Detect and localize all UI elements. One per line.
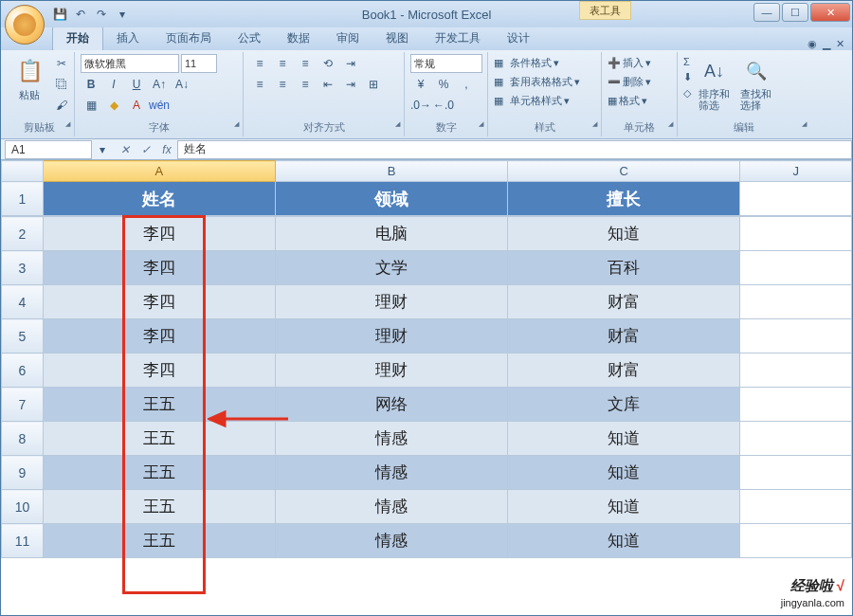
maximize-button[interactable]: ☐ [782,3,808,22]
cell[interactable]: 情感 [276,456,508,490]
cell[interactable]: 理财 [276,353,508,388]
save-icon[interactable]: 💾 [50,5,69,24]
copy-icon[interactable]: ⿻ [51,75,72,94]
font-size-select[interactable]: 11 [181,54,217,73]
orientation-icon[interactable]: ⟲ [318,54,338,73]
tab-home[interactable]: 开始 [52,26,103,50]
cell[interactable]: 网络 [276,388,508,422]
cell[interactable]: 文库 [508,388,740,422]
autosum-button[interactable]: Σ [683,56,692,67]
align-bottom-icon[interactable]: ≡ [295,54,316,73]
bold-button[interactable]: B [81,75,101,94]
cell[interactable]: 擅长 [508,182,740,216]
cell[interactable] [740,217,852,251]
row-header[interactable]: 7 [2,388,44,422]
fill-button[interactable]: ⬇ [683,71,692,83]
tab-pagelayout[interactable]: 页面布局 [153,27,225,50]
format-cells-button[interactable]: ▦格式▾ [608,94,651,108]
cell[interactable] [740,490,852,524]
format-as-table-button[interactable]: ▦ 套用表格格式▾ [494,75,580,89]
fx-button[interactable]: fx [156,140,177,159]
redo-icon[interactable]: ↷ [92,5,111,24]
cell[interactable]: 知道 [508,422,740,456]
col-header-a[interactable]: A [43,161,275,182]
cell[interactable]: 财富 [508,285,740,319]
cell[interactable] [740,388,852,422]
cut-icon[interactable]: ✂ [51,54,72,73]
cell[interactable] [740,456,852,490]
tab-data[interactable]: 数据 [274,27,323,50]
cell[interactable]: 电脑 [276,217,508,251]
row-header[interactable]: 4 [2,285,44,319]
merge-cells-icon[interactable]: ⊞ [363,75,384,94]
underline-button[interactable]: U [126,75,147,94]
align-right-icon[interactable]: ≡ [295,75,316,94]
cell[interactable]: 李四 [43,285,275,319]
number-format-select[interactable]: 常规 [410,54,482,73]
cell[interactable] [740,182,852,216]
conditional-format-button[interactable]: ▦ 条件格式▾ [494,56,580,70]
undo-icon[interactable]: ↶ [71,5,90,24]
office-button[interactable] [5,5,45,45]
row-header[interactable]: 9 [2,456,44,490]
cell[interactable]: 王五 [43,388,275,422]
cell[interactable]: 知道 [508,456,740,490]
cell[interactable]: 王五 [43,456,275,490]
row-header[interactable]: 2 [2,217,44,251]
name-box-dropdown-icon[interactable]: ▾ [92,140,113,159]
help-icon[interactable]: ◉ [808,38,817,50]
tab-review[interactable]: 审阅 [323,27,372,50]
sort-filter-button[interactable]: A↓ 排序和 筛选 [695,54,734,113]
confirm-edit-icon[interactable]: ✓ [136,140,156,159]
currency-icon[interactable]: ¥ [410,75,431,94]
cell[interactable]: 理财 [276,319,508,353]
phonetic-icon[interactable]: wén [149,96,170,115]
col-header-c[interactable]: C [508,161,740,182]
tab-formulas[interactable]: 公式 [225,27,274,50]
minimize-ribbon-icon[interactable]: ▁ [823,38,830,50]
tab-insert[interactable]: 插入 [103,27,153,50]
align-center-icon[interactable]: ≡ [272,75,293,94]
cell[interactable]: 知道 [508,490,740,524]
cancel-edit-icon[interactable]: ✕ [115,140,136,159]
cell[interactable]: 李四 [43,251,275,285]
insert-cells-button[interactable]: ➕插入▾ [608,56,651,70]
cell[interactable]: 李四 [43,353,275,388]
find-select-button[interactable]: 🔍 查找和 选择 [736,54,775,113]
row-header[interactable]: 11 [2,524,44,558]
cell[interactable]: 理财 [276,285,508,319]
fill-color-button[interactable]: ◆ [103,96,124,115]
qat-more-icon[interactable]: ▾ [113,5,132,24]
cell[interactable]: 百科 [508,251,740,285]
delete-cells-button[interactable]: ➖删除▾ [608,75,651,89]
select-all-corner[interactable] [2,161,44,182]
cell[interactable]: 王五 [43,422,275,456]
row-header[interactable]: 5 [2,319,44,353]
percent-icon[interactable]: % [433,75,454,94]
window-close-icon[interactable]: ✕ [836,38,844,50]
col-header-b[interactable]: B [276,161,508,182]
row-header[interactable]: 6 [2,353,44,388]
cell[interactable]: 情感 [276,422,508,456]
cell[interactable]: 李四 [43,319,275,353]
align-middle-icon[interactable]: ≡ [272,54,293,73]
cell[interactable]: 王五 [43,490,275,524]
grow-font-icon[interactable]: A↑ [149,75,170,94]
cell[interactable]: 情感 [276,490,508,524]
row-header[interactable]: 8 [2,422,44,456]
shrink-font-icon[interactable]: A↓ [172,75,192,94]
cell[interactable]: 姓名 [43,182,275,216]
comma-icon[interactable]: , [456,75,477,94]
row-header[interactable]: 3 [2,251,44,285]
cell[interactable] [740,319,852,353]
cell[interactable] [740,353,852,388]
tab-design[interactable]: 设计 [494,27,543,50]
col-header-j[interactable]: J [740,161,852,182]
close-button[interactable]: ✕ [810,3,850,22]
cell[interactable] [740,422,852,456]
font-name-select[interactable]: 微软雅黑 [81,54,179,73]
border-button[interactable]: ▦ [81,96,101,115]
italic-button[interactable]: I [103,75,124,94]
spreadsheet-grid[interactable]: A B C J 1 姓名 领域 擅长 [1,160,852,216]
row-header[interactable]: 1 [2,182,44,216]
